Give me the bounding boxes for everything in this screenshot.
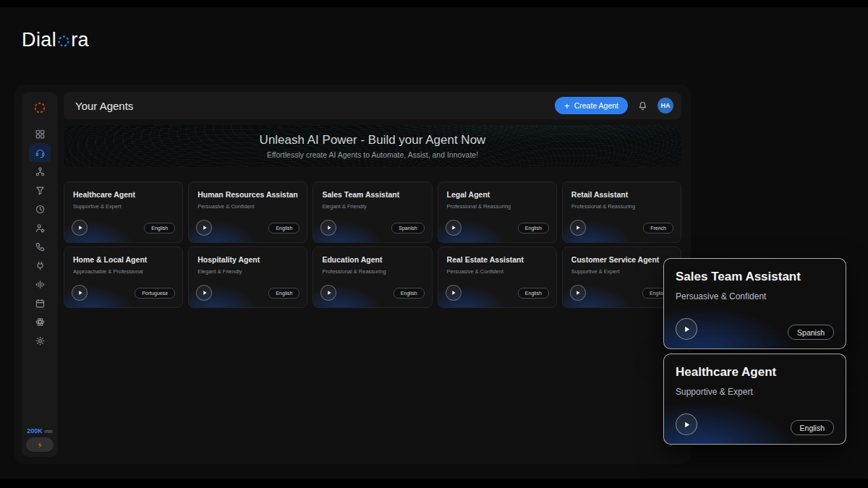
banner-title: Unleash AI Power - Build your Agent Now <box>260 133 486 147</box>
agent-card[interactable]: Retail Assistant Professional & Reassuri… <box>562 181 681 243</box>
language-badge: Portuguese <box>135 288 175 299</box>
agent-card-footer: English <box>570 285 673 301</box>
language-badge: English <box>144 223 175 234</box>
agent-card[interactable]: Legal Agent Professional & Reassuring En… <box>438 181 557 243</box>
language-badge: Spanish <box>391 223 424 234</box>
play-button[interactable] <box>72 220 88 236</box>
lightning-icon <box>36 441 44 449</box>
app-container: 200K min Your Agents + Create Agent <box>14 85 691 464</box>
banner-subtitle: Effortlessly create AI Agents to Automat… <box>267 150 478 159</box>
agent-preview-footer: English <box>676 414 834 435</box>
agent-card-footer: French <box>570 220 673 236</box>
agents-headset-icon <box>35 147 46 158</box>
sidebar-logo-ring-icon <box>33 100 46 115</box>
play-button[interactable] <box>196 285 212 301</box>
agent-card-title: Retail Assistant <box>571 190 672 199</box>
plus-icon: + <box>564 101 570 111</box>
language-badge: English <box>518 288 549 299</box>
sidebar-item-funnel[interactable] <box>29 181 51 200</box>
agent-card[interactable]: Human Resources Assistant Persuasive & C… <box>188 181 307 243</box>
bottom-black-bar <box>0 479 868 488</box>
agent-card-tone: Elegant & Friendly <box>322 203 422 210</box>
plug-icon <box>35 260 46 271</box>
language-badge: English <box>393 288 425 299</box>
agent-card-title: Customer Service Agent <box>571 255 672 264</box>
sidebar-item-history[interactable] <box>29 200 51 218</box>
agent-card-title: Sales Team Assistant <box>322 190 422 199</box>
boost-button[interactable] <box>26 437 54 452</box>
minutes-remaining: 200K min <box>27 427 52 435</box>
agent-card-tone: Approachable & Professional <box>73 268 174 275</box>
history-icon <box>35 204 46 215</box>
agent-card-tone: Persuasive & Confident <box>447 268 548 275</box>
agent-card[interactable]: Sales Team Assistant Elegant & Friendly … <box>312 181 432 243</box>
brand-text-suffix: ra <box>71 29 89 51</box>
bell-icon[interactable] <box>637 100 648 111</box>
play-button[interactable] <box>320 285 336 301</box>
agent-card-title: Real Estate Assistant <box>447 255 548 264</box>
agent-card-tone: Persuasive & Confident <box>197 203 298 210</box>
agents-grid: Healthcare Agent Supportive & Expert Eng… <box>64 181 681 308</box>
agent-preview-footer: Spanish <box>676 318 834 340</box>
brand-text-prefix: Dial <box>22 29 56 51</box>
sidebar-item-dashboard[interactable] <box>29 124 51 143</box>
minutes-value: 200K <box>27 427 43 435</box>
sidebar-footer: 200K min <box>26 427 54 452</box>
waveform-icon <box>35 279 46 290</box>
agent-preview-card: Healthcare Agent Supportive & Expert Eng… <box>663 354 846 445</box>
create-agent-label: Create Agent <box>574 101 618 110</box>
agent-card-footer: English <box>320 285 424 301</box>
sidebar-item-calendar[interactable] <box>29 294 51 312</box>
play-button[interactable] <box>446 285 461 301</box>
sidebar-item-user-settings[interactable] <box>29 218 51 237</box>
avatar[interactable]: HA <box>658 98 673 114</box>
sidebar-nav <box>29 124 51 350</box>
brand-ring-icon <box>57 35 70 48</box>
sidebar-item-atom[interactable] <box>29 312 51 331</box>
agent-card-tone: Supportive & Expert <box>73 203 174 210</box>
play-button[interactable] <box>570 285 586 301</box>
play-button[interactable] <box>676 414 697 435</box>
play-button[interactable] <box>72 285 88 301</box>
sidebar-item-settings-gear[interactable] <box>29 331 51 350</box>
play-button[interactable] <box>320 220 336 236</box>
sidebar-item-team-hierarchy[interactable] <box>29 162 51 181</box>
agent-card-footer: English <box>446 285 549 301</box>
agent-card-tone: Supportive & Expert <box>571 268 672 275</box>
sidebar-item-waveform[interactable] <box>29 275 51 294</box>
agent-card-tone: Professional & Reassuring <box>571 203 672 210</box>
agent-card-title: Home & Local Agent <box>73 255 174 264</box>
agent-card[interactable]: Education Agent Professional & Reassurin… <box>312 247 432 308</box>
agent-card-footer: English <box>196 220 299 236</box>
play-button[interactable] <box>196 220 212 236</box>
agent-card[interactable]: Real Estate Assistant Persuasive & Confi… <box>438 247 557 308</box>
team-hierarchy-icon <box>35 166 46 177</box>
dashboard-icon <box>35 129 46 140</box>
settings-gear-icon <box>35 335 46 346</box>
agent-card-tone: Professional & Reassuring <box>447 203 548 210</box>
agent-card-title: Legal Agent <box>447 190 548 199</box>
sidebar-item-agents-headset[interactable] <box>29 143 51 162</box>
promo-banner: Unleash AI Power - Build your Agent Now … <box>64 125 681 167</box>
topbar: Your Agents + Create Agent HA <box>64 92 681 119</box>
agent-card[interactable]: Home & Local Agent Approachable & Profes… <box>64 247 183 308</box>
play-button[interactable] <box>676 318 697 340</box>
agent-card-footer: English <box>72 220 175 236</box>
top-black-bar <box>0 0 868 7</box>
language-badge: English <box>518 223 549 234</box>
agent-card[interactable]: Healthcare Agent Supportive & Expert Eng… <box>64 181 183 243</box>
create-agent-button[interactable]: + Create Agent <box>555 97 628 114</box>
calendar-icon <box>35 298 46 309</box>
agent-preview-title: Healthcare Agent <box>676 365 834 380</box>
agent-card-footer: Spanish <box>320 220 424 236</box>
sidebar-item-phone[interactable] <box>29 237 51 256</box>
play-button[interactable] <box>446 220 461 236</box>
agent-card-tone: Professional & Reassuring <box>322 268 422 275</box>
user-settings-icon <box>35 223 46 234</box>
agent-card[interactable]: Hospitality Agent Elegant & Friendly Eng… <box>188 247 307 308</box>
agent-card-title: Education Agent <box>322 255 422 264</box>
agent-card-tone: Elegant & Friendly <box>197 268 298 275</box>
sidebar-item-plug[interactable] <box>29 256 51 275</box>
agent-card-footer: English <box>446 220 549 236</box>
play-button[interactable] <box>570 220 586 236</box>
